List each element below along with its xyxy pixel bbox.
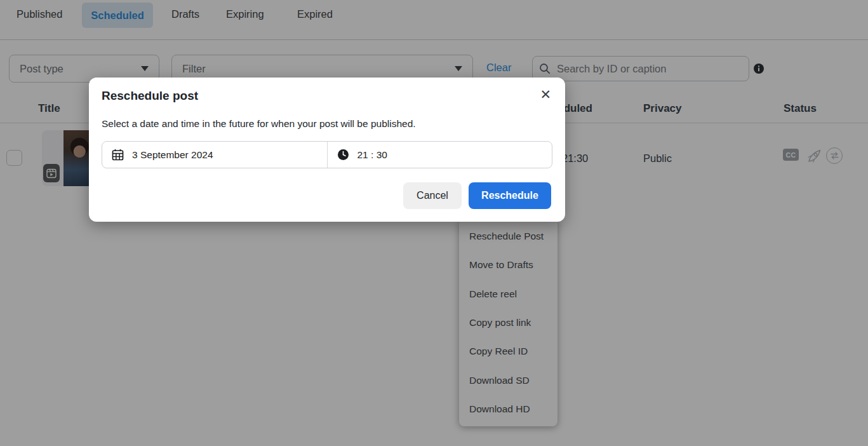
cancel-button[interactable]: Cancel xyxy=(403,182,462,209)
scheduled-posts-page: Published Scheduled Drafts Expiring Expi… xyxy=(0,0,868,446)
time-value: 21 : 30 xyxy=(357,149,387,161)
reschedule-button[interactable]: Reschedule xyxy=(469,182,551,209)
date-value: 3 September 2024 xyxy=(132,149,213,161)
calendar-icon xyxy=(112,149,124,161)
modal-description: Select a date and time in the future for… xyxy=(102,118,416,130)
modal-title: Reschedule post xyxy=(102,89,198,103)
close-icon[interactable]: ✕ xyxy=(540,88,551,101)
time-field[interactable]: 21 : 30 xyxy=(328,142,552,168)
reschedule-post-modal: Reschedule post ✕ Select a date and time… xyxy=(89,78,565,222)
date-field[interactable]: 3 September 2024 xyxy=(102,142,328,168)
datetime-input-row: 3 September 2024 21 : 30 xyxy=(102,141,552,168)
clock-icon xyxy=(337,149,349,161)
modal-overlay xyxy=(0,0,868,446)
